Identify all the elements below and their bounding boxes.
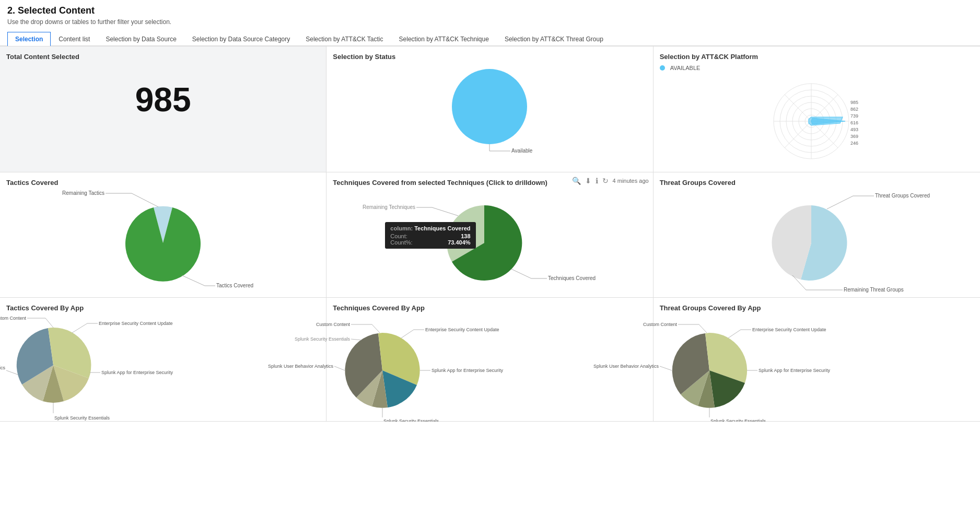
svg-text:Remaining Techniques: Remaining Techniques — [363, 204, 415, 210]
svg-line-48 — [72, 323, 87, 333]
svg-line-53 — [6, 370, 18, 375]
tab-by-technique[interactable]: Selection by ATT&CK Technique — [391, 32, 497, 46]
total-number: 985 — [6, 65, 320, 130]
panel-platform-title: Selection by ATT&CK Platform — [660, 53, 974, 61]
svg-text:Enterprise Security Content Up: Enterprise Security Content Update — [99, 321, 173, 326]
svg-text:Splunk Security Essentials: Splunk Security Essentials — [383, 418, 439, 422]
panel-selection-status: Selection by Status Available — [326, 46, 653, 172]
panel-techniques-app-title: Techniques Covered By App — [333, 304, 646, 312]
status-chart-container: Available — [333, 65, 646, 148]
action-time: 4 minutes ago — [613, 178, 649, 184]
svg-text:739: 739 — [850, 113, 858, 119]
panel-tactics-covered: Tactics Covered Remaining Tactics Tactic… — [0, 172, 326, 298]
zoom-icon[interactable]: 🔍 — [572, 177, 581, 185]
svg-text:493: 493 — [850, 127, 858, 132]
svg-line-30 — [182, 275, 205, 286]
svg-text:Custom Content: Custom Content — [643, 322, 678, 327]
svg-text:Enterprise Security Content Up: Enterprise Security Content Update — [425, 327, 499, 332]
svg-text:Threat Groups Covered: Threat Groups Covered — [875, 193, 930, 199]
panel-platform: Selection by ATT&CK Platform AVAILABLE — [654, 46, 980, 172]
techniques-chart-container: Remaining Techniques Techniques Covered … — [333, 191, 646, 290]
threat-pie: Threat Groups Covered Remaining Threat G… — [754, 188, 879, 293]
tab-selection[interactable]: Selection — [7, 32, 51, 46]
panel-tactics-app-title: Tactics Covered By App — [6, 304, 320, 312]
tab-by-threat-group[interactable]: Selection by ATT&CK Threat Group — [497, 32, 611, 46]
radar-chart-container: 985 862 739 616 493 369 246 — [660, 74, 974, 166]
svg-text:246: 246 — [850, 141, 858, 146]
svg-text:Splunk Security Essentials: Splunk Security Essentials — [54, 415, 110, 421]
status-pie-chart: Available — [442, 60, 536, 154]
svg-line-67 — [351, 339, 361, 340]
svg-text:Remaining Tactics: Remaining Tactics — [62, 190, 104, 196]
svg-text:Remaining Threat Groups: Remaining Threat Groups — [844, 287, 904, 293]
techniques-pie: Remaining Techniques Techniques Covered — [422, 188, 557, 293]
svg-text:Splunk Security Essentials: Splunk Security Essentials — [295, 336, 351, 342]
svg-line-79 — [660, 366, 672, 370]
svg-text:Splunk App for Enterprise Secu: Splunk App for Enterprise Security — [759, 368, 831, 373]
svg-line-57 — [372, 324, 380, 333]
svg-line-33 — [432, 207, 458, 216]
download-icon[interactable]: ⬇ — [585, 177, 591, 185]
page-title: 2. Selected Content — [7, 5, 973, 16]
svg-text:Enterprise Security Content Up: Enterprise Security Content Update — [752, 327, 826, 332]
tab-content-list[interactable]: Content list — [51, 32, 98, 46]
panel-tactics-by-app: Tactics Covered By App — [0, 298, 326, 422]
threat-chart-container: Threat Groups Covered Remaining Threat G… — [660, 191, 974, 290]
svg-text:Available: Available — [511, 148, 533, 154]
svg-text:Techniques Covered: Techniques Covered — [548, 275, 596, 281]
svg-line-65 — [334, 366, 345, 370]
panel-tactics-title: Tactics Covered — [6, 179, 320, 187]
svg-text:Splunk User Behavior Analytics: Splunk User Behavior Analytics — [593, 364, 659, 369]
threat-app-pie: Custom Content Enterprise Security Conte… — [660, 318, 769, 415]
info-icon[interactable]: ℹ — [596, 177, 598, 185]
panel-techniques-covered: Techniques Covered from selected Techniq… — [326, 172, 653, 298]
svg-text:985: 985 — [850, 100, 858, 105]
svg-line-39 — [827, 196, 853, 209]
tab-by-tactic[interactable]: Selection by ATT&CK Tactic — [298, 32, 391, 46]
svg-text:862: 862 — [850, 107, 858, 112]
panel-threat-title: Threat Groups Covered — [660, 179, 974, 187]
refresh-icon[interactable]: ↻ — [602, 177, 609, 185]
platform-legend-label: AVAILABLE — [670, 65, 701, 71]
svg-text:Splunk User Behavior Analytics: Splunk User Behavior Analytics — [0, 365, 5, 370]
svg-text:Splunk App for Enterprise Secu: Splunk App for Enterprise Security — [431, 368, 504, 373]
svg-text:Splunk App for Enterprise Secu: Splunk App for Enterprise Security — [101, 370, 173, 375]
svg-line-36 — [511, 269, 531, 278]
panel-threat-app-title: Threat Groups Covered By App — [660, 304, 974, 312]
svg-text:Custom Content: Custom Content — [316, 322, 351, 327]
svg-line-60 — [401, 330, 414, 338]
tab-by-data-source[interactable]: Selection by Data Source — [98, 32, 184, 46]
radar-chart: 985 862 739 616 493 369 246 — [759, 74, 874, 166]
techniques-app-pie: Custom Content Enterprise Security Conte… — [333, 318, 437, 415]
panel-threat-groups: Threat Groups Covered Threat Groups Cove… — [654, 172, 980, 298]
page-subtitle: Use the drop downs or tables to further … — [7, 18, 973, 26]
svg-line-15 — [785, 121, 811, 148]
tab-bar: Selection Content list Selection by Data… — [0, 32, 980, 46]
svg-line-27 — [132, 193, 158, 207]
svg-text:Custom Content: Custom Content — [0, 316, 26, 321]
svg-text:Splunk Security Essentials: Splunk Security Essentials — [710, 418, 766, 422]
svg-line-71 — [699, 324, 707, 333]
svg-text:369: 369 — [850, 134, 858, 139]
svg-line-17 — [785, 95, 811, 121]
tactics-chart-container: Remaining Tactics Tactics Covered — [6, 191, 320, 290]
panel-techniques-by-app: Techniques Covered By App — [326, 298, 653, 422]
dashboard-grid: Total Content Selected 985 Selection by … — [0, 46, 980, 422]
svg-line-45 — [45, 318, 53, 328]
svg-text:Splunk User Behavior Analytics: Splunk User Behavior Analytics — [268, 364, 334, 369]
panel-threat-groups-by-app: Threat Groups Covered By App — [654, 298, 980, 422]
platform-legend-dot — [660, 65, 665, 71]
panel-total-content: Total Content Selected 985 — [0, 46, 326, 172]
techniques-action-bar: 🔍 ⬇ ℹ ↻ 4 minutes ago — [572, 177, 649, 185]
svg-text:Tactics Covered: Tactics Covered — [216, 283, 253, 288]
svg-line-74 — [728, 330, 741, 338]
threat-app-content: Custom Content Enterprise Security Conte… — [660, 316, 974, 415]
svg-point-0 — [452, 69, 527, 144]
tab-by-data-source-category[interactable]: Selection by Data Source Category — [184, 32, 298, 46]
tactics-pie: Remaining Tactics Tactics Covered — [106, 188, 220, 293]
page-header: 2. Selected Content Use the drop downs o… — [0, 0, 980, 32]
tactics-app-pie: Custom Content Enterprise Security Conte… — [6, 318, 100, 412]
svg-text:616: 616 — [850, 120, 858, 125]
panel-total-title: Total Content Selected — [6, 53, 320, 61]
